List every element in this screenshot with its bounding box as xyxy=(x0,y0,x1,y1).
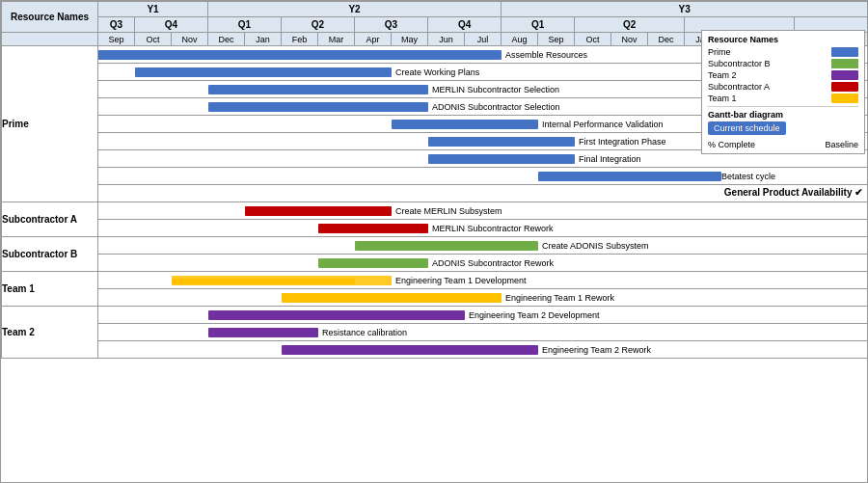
legend-item-subcontractor-b: Subcontractor B xyxy=(708,59,858,68)
year-y2: Y2 xyxy=(208,2,502,17)
prime-label-adonis: ADONIS Subcontractor Selection xyxy=(432,102,560,112)
prime-bar-ipv xyxy=(392,120,538,129)
subb-bar-rework xyxy=(318,258,428,268)
subb-label-rework: ADONIS Subcontractor Rework xyxy=(432,258,554,268)
legend-item-prime: Prime xyxy=(708,47,858,57)
q3-y2: Q3 xyxy=(355,17,428,33)
month-oct2: Oct xyxy=(575,33,611,46)
team1-bar-dev xyxy=(172,276,392,285)
month-dec: Dec xyxy=(208,33,245,46)
prime-label-ipv: Internal Performance Validation xyxy=(542,120,663,129)
subb-label: Subcontractor B xyxy=(2,237,98,272)
suba-row-1: Subcontractor A Create MERLIN Subsystem xyxy=(2,202,868,220)
prime-label-fip: First Integration Phase xyxy=(579,137,666,147)
team2-row-3: Engineering Team 2 Rework xyxy=(2,341,868,359)
month-nov: Nov xyxy=(172,33,208,46)
q2-y2: Q2 xyxy=(282,17,355,33)
month-may1: May xyxy=(392,33,428,46)
team1-label-dev: Engineering Team 1 Development xyxy=(395,276,526,285)
prime-label-merlin: MERLIN Subcontractor Selection xyxy=(432,85,559,94)
gantt-chart: Resource Names Prime Subcontractor B Tea… xyxy=(0,0,868,483)
team2-bar-resist xyxy=(208,328,318,337)
resource-names-header: Resource Names xyxy=(2,2,98,33)
suba-label-rework: MERLIN Subcontractor Rework xyxy=(432,224,554,233)
team2-label: Team 2 xyxy=(2,307,98,359)
prime-label-fi: Final Integration xyxy=(579,154,641,164)
prime-label: Prime xyxy=(2,46,98,202)
q1-y3: Q1 xyxy=(502,17,575,33)
q4-y2: Q4 xyxy=(428,17,502,33)
month-aug: Aug xyxy=(502,33,538,46)
prime-bar-assemble xyxy=(98,50,502,60)
team2-row-1: Team 2 Engineering Team 2 Development xyxy=(2,307,868,324)
month-dec2: Dec xyxy=(648,33,685,46)
legend-item-team2: Team 2 xyxy=(708,70,858,80)
month-mar1: Mar xyxy=(318,33,355,46)
resource-col-header xyxy=(2,33,98,46)
month-oct: Oct xyxy=(135,33,172,46)
subb-row-1: Subcontractor B Create ADONIS Subsystem xyxy=(2,237,868,255)
prime-bar-adonis xyxy=(208,102,428,112)
suba-row-2: MERLIN Subcontractor Rework xyxy=(2,220,868,237)
team1-label: Team 1 xyxy=(2,272,98,307)
legend-box: Resource Names Prime Subcontractor B Tea… xyxy=(701,30,865,154)
subb-row-2: ADONIS Subcontractor Rework xyxy=(2,255,868,272)
prime-bar-fi xyxy=(428,154,575,164)
month-sep1: Sep xyxy=(98,33,135,46)
team2-bar-rework xyxy=(282,345,538,355)
suba-label: Subcontractor A xyxy=(2,202,98,237)
team1-row-1: Team 1 Engineering Team 1 Development xyxy=(2,272,868,289)
prime-bar-fip xyxy=(428,137,575,147)
prime-bar-cwp xyxy=(135,67,392,77)
team1-bar-rework xyxy=(282,293,502,303)
suba-label-merlin: Create MERLIN Subsystem xyxy=(395,206,502,216)
prime-label-assemble: Assemble Resources xyxy=(505,50,587,60)
milestone-label-gpa: General Product Availability ✔ xyxy=(724,187,862,198)
year-header-row: Resource Names Y1 Y2 Y3 xyxy=(2,2,868,17)
prime-label-cwp: Create Working Plans xyxy=(395,67,479,77)
prime-row-9: General Product Availability ✔ xyxy=(2,185,868,202)
year-y3: Y3 xyxy=(502,2,868,17)
month-feb1: Feb xyxy=(282,33,318,46)
q2-y3: Q2 xyxy=(575,17,685,33)
team2-label-rework: Engineering Team 2 Rework xyxy=(542,345,651,355)
month-jul: Jul xyxy=(465,33,502,46)
prime-bar-merlin xyxy=(208,85,428,94)
team2-bar-dev xyxy=(208,310,465,320)
team2-row-2: Resistance calibration xyxy=(2,324,868,341)
subb-bar-adonis xyxy=(355,241,538,251)
q1-y2: Q1 xyxy=(208,17,282,33)
legend-title: Resource Names xyxy=(708,35,858,44)
prime-bar-beta xyxy=(538,172,721,181)
month-jun: Jun xyxy=(428,33,465,46)
month-nov2: Nov xyxy=(611,33,648,46)
q4-y1: Q4 xyxy=(135,17,208,33)
legend-item-subcontractor-a: Subcontractor A xyxy=(708,82,858,92)
month-sep2: Sep xyxy=(538,33,575,46)
legend-item-team1: Team 1 xyxy=(708,94,858,103)
subb-label-adonis: Create ADONIS Subsystem xyxy=(542,241,649,251)
q3-y1: Q3 xyxy=(98,17,135,33)
suba-bar-rework xyxy=(318,224,428,233)
prime-row-8: Betatest cycle xyxy=(2,168,868,185)
month-apr1: Apr xyxy=(355,33,392,46)
suba-bar-merlin xyxy=(245,206,392,216)
team2-label-dev: Engineering Team 2 Development xyxy=(469,310,599,320)
team1-row-2: Engineering Team 1 Rework xyxy=(2,289,868,307)
month-jan1: Jan xyxy=(245,33,282,46)
prime-label-beta: Betatest cycle xyxy=(721,172,775,181)
team1-label-rework: Engineering Team 1 Rework xyxy=(505,293,614,303)
year-y1: Y1 xyxy=(98,2,208,17)
team2-label-resist: Resistance calibration xyxy=(322,328,407,337)
